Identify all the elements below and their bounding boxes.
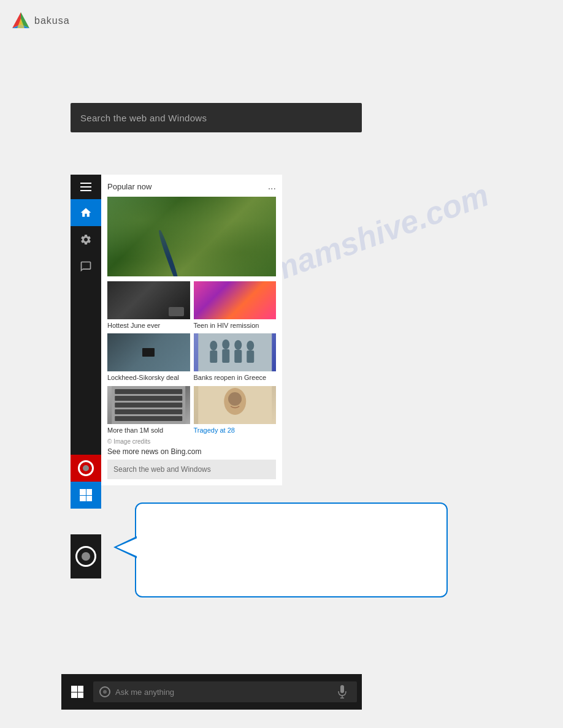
news-thumb-5 [107,386,190,424]
windows-logo-small [80,489,92,501]
svg-point-12 [234,340,242,350]
news-caption-4: Banks reopen in Greece [194,373,277,382]
svg-point-14 [247,341,254,351]
svg-rect-18 [115,396,182,401]
news-thumb-1 [107,281,190,319]
top-search-bar[interactable]: Search the web and Windows [71,103,362,132]
cortana-small-dot [83,465,89,471]
sidebar-item-feedback[interactable] [71,253,101,280]
logo-icon [11,11,31,31]
news-item-2[interactable]: Teen in HIV remission [194,281,277,330]
news-item-1[interactable]: Hottest June ever [107,281,190,330]
news-search-text: Search the web and Windows [113,465,211,474]
watermark: mamshive.com [264,176,494,290]
news-panel: Popular now ... Hottest June ever Teen i… [101,175,282,485]
svg-rect-11 [222,349,229,363]
news-grid-row1: Hottest June ever Teen in HIV remission [107,281,276,330]
sidebar [71,175,101,509]
news-header-title: Popular now [107,182,151,191]
cortana-dot [82,552,90,561]
taskbar-search-text: Ask me anything [115,688,174,697]
svg-rect-19 [115,403,182,408]
logo-area: bakusa [11,11,70,31]
svg-rect-21 [115,416,182,421]
see-more-link[interactable]: See more news on Bing.com [107,447,276,456]
mic-icon [337,685,347,699]
hamburger-icon [80,183,91,191]
news-grid-row3: More than 1M sold Tragedy at 28 [107,386,276,434]
cortana-small-circle [78,460,94,476]
cortana-circle [75,546,96,567]
taskbar-mic-button[interactable] [334,683,351,700]
news-item-3[interactable]: Lockheed-Sikorsky deal [107,333,190,382]
taskbar-cortana-icon [99,686,110,697]
taskbar-windows-button[interactable] [66,681,88,703]
sidebar-cortana-button[interactable] [71,455,101,482]
speech-bubble [135,502,448,597]
windows-logo-taskbar [71,686,83,698]
speech-bubble-pointer-inner [117,538,137,556]
news-item-5[interactable]: More than 1M sold [107,386,190,434]
news-thumb-2 [194,281,277,319]
news-caption-5: More than 1M sold [107,426,190,434]
svg-point-24 [229,398,232,402]
feedback-icon [80,260,92,273]
svg-rect-20 [115,409,182,414]
news-caption-1: Hottest June ever [107,321,190,330]
news-grid-row2: Lockheed-Sikorsky deal [107,333,276,382]
news-caption-2: Teen in HIV remission [194,321,277,330]
svg-point-10 [222,339,229,349]
cortana-large-button[interactable] [71,534,101,578]
sidebar-menu-button[interactable] [71,175,101,199]
news-thumb-5-svg [107,386,190,424]
svg-rect-22 [198,386,272,424]
svg-rect-6 [80,190,91,191]
logo-text: bakusa [34,15,70,26]
news-header: Popular now ... [107,181,276,192]
svg-rect-5 [80,186,91,188]
image-credits: © Image credits [107,438,276,445]
settings-icon [80,233,92,246]
news-caption-6[interactable]: Tragedy at 28 [194,426,277,434]
svg-rect-13 [234,350,242,363]
taskbar: Ask me anything [61,674,362,710]
taskbar-cortana-dot [103,690,107,694]
news-search-input[interactable]: Search the web and Windows [107,460,276,479]
svg-point-23 [224,388,246,415]
svg-rect-17 [115,389,182,394]
news-thumb-6-svg [194,386,277,424]
svg-rect-26 [340,685,344,693]
news-options-button[interactable]: ... [268,181,276,192]
news-item-4[interactable]: Banks reopen in Greece [194,333,277,382]
news-thumb-3 [107,333,190,371]
news-thumb-4 [194,333,277,371]
home-icon [80,207,92,219]
sidebar-windows-button[interactable] [71,482,101,509]
news-thumb-6 [194,386,277,424]
news-hero-image[interactable] [107,197,276,276]
taskbar-search-bar[interactable]: Ask me anything [93,681,357,702]
svg-rect-4 [80,183,91,184]
news-thumb-4-svg [194,333,277,371]
news-caption-3: Lockheed-Sikorsky deal [107,373,190,382]
svg-rect-9 [210,351,217,363]
svg-rect-15 [247,351,254,363]
svg-point-25 [237,398,241,402]
news-item-6[interactable]: Tragedy at 28 [194,386,277,434]
sidebar-item-settings[interactable] [71,226,101,253]
top-search-text: Search the web and Windows [80,113,207,123]
sidebar-item-home[interactable] [71,199,101,226]
svg-point-8 [210,341,217,351]
